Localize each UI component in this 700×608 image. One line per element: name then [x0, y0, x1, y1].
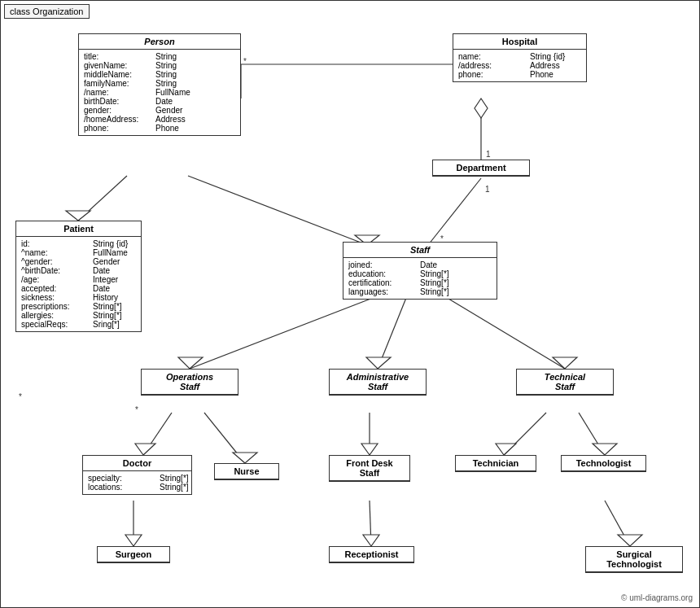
svg-text:*: *: [135, 405, 138, 414]
class-person-header: Person: [79, 34, 240, 50]
class-doctor-header: Doctor: [83, 456, 191, 471]
class-operations-staff-header: OperationsStaff: [142, 370, 238, 395]
class-technologist: Technologist: [561, 455, 646, 472]
class-department-header: Department: [433, 160, 529, 176]
svg-text:1: 1: [486, 150, 491, 159]
svg-marker-25: [361, 444, 378, 455]
class-receptionist-header: Receptionist: [330, 547, 413, 562]
svg-line-0: [78, 176, 127, 221]
class-nurse-header: Nurse: [215, 464, 278, 479]
svg-line-26: [504, 413, 546, 455]
svg-marker-33: [363, 535, 379, 546]
svg-line-22: [204, 413, 245, 463]
svg-line-32: [370, 501, 371, 546]
class-administrative-staff-header: AdministrativeStaff: [330, 370, 426, 395]
class-staff: Staff joined:Date education:String[*] ce…: [343, 242, 497, 300]
svg-line-34: [605, 501, 630, 546]
svg-line-18: [440, 294, 565, 369]
class-surgical-technologist-header: SurgicalTechnologist: [586, 547, 682, 572]
diagram-title: class Organization: [4, 4, 90, 19]
class-technician: Technician: [455, 455, 536, 472]
svg-marker-15: [178, 357, 203, 369]
class-department: Department: [432, 160, 530, 177]
svg-line-16: [378, 294, 408, 369]
class-person-body: title:String givenName:String middleName…: [79, 50, 240, 135]
class-receptionist: Receptionist: [329, 546, 414, 563]
svg-marker-31: [125, 535, 142, 546]
class-technologist-header: Technologist: [562, 456, 645, 471]
svg-marker-17: [366, 357, 391, 369]
svg-line-14: [190, 294, 383, 369]
class-patient: Patient id:String {id} ^name:FullName ^g…: [15, 221, 142, 332]
class-doctor-body: specialty:String[*] locations:String[*]: [83, 471, 191, 494]
class-operations-staff: OperationsStaff: [141, 369, 238, 396]
class-surgical-technologist: SurgicalTechnologist: [585, 546, 683, 573]
svg-marker-19: [553, 357, 577, 369]
class-hospital: Hospital name:String {id} /address:Addre…: [453, 33, 587, 82]
class-surgeon: Surgeon: [97, 546, 170, 563]
svg-marker-1: [66, 211, 90, 221]
svg-line-28: [579, 413, 605, 455]
class-staff-header: Staff: [343, 243, 497, 258]
diagram-container: class Organization 1 * * 1 *: [0, 0, 700, 608]
class-hospital-header: Hospital: [453, 34, 586, 50]
svg-line-20: [143, 413, 172, 455]
copyright-text: © uml-diagrams.org: [621, 593, 693, 602]
class-surgeon-header: Surgeon: [98, 547, 169, 562]
svg-line-2: [188, 176, 367, 245]
svg-text:*: *: [243, 57, 247, 66]
class-hospital-body: name:String {id} /address:Address phone:…: [453, 50, 586, 81]
svg-marker-23: [233, 453, 257, 463]
svg-marker-29: [593, 444, 617, 455]
svg-marker-35: [618, 535, 642, 546]
class-technical-staff: TechnicalStaff: [516, 369, 614, 396]
svg-marker-5: [475, 98, 488, 118]
class-administrative-staff: AdministrativeStaff: [329, 369, 427, 396]
class-patient-body: id:String {id} ^name:FullName ^gender:Ge…: [16, 237, 141, 331]
class-front-desk-staff: Front DeskStaff: [329, 455, 410, 482]
class-technical-staff-header: TechnicalStaff: [517, 370, 613, 395]
class-front-desk-staff-header: Front DeskStaff: [330, 456, 409, 481]
class-technician-header: Technician: [456, 456, 536, 471]
class-patient-header: Patient: [16, 221, 141, 237]
svg-marker-21: [135, 444, 155, 455]
class-doctor: Doctor specialty:String[*] locations:Str…: [82, 455, 192, 495]
class-nurse: Nurse: [214, 463, 279, 480]
svg-marker-27: [496, 444, 516, 455]
class-staff-body: joined:Date education:String[*] certific…: [343, 258, 497, 299]
svg-text:*: *: [19, 392, 22, 401]
svg-line-11: [428, 178, 481, 245]
class-person: Person title:String givenName:String mid…: [78, 33, 241, 136]
svg-text:1: 1: [485, 185, 490, 194]
